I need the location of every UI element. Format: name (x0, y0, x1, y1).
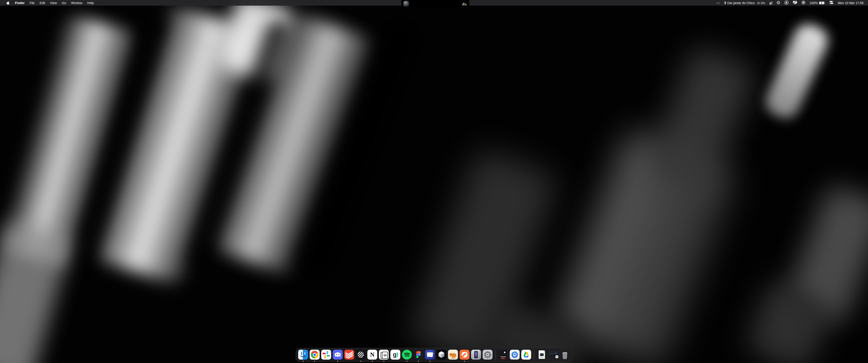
dock-item-postman[interactable] (460, 350, 469, 362)
menu-edit[interactable]: Edit (37, 0, 48, 6)
calendar-day-number: 10 (382, 352, 388, 359)
desktop-wallpaper (0, 0, 868, 363)
dock-item-cards-app[interactable] (425, 350, 435, 362)
postman-icon (460, 350, 469, 360)
calendar-event-widget[interactable]: Dar jantar do Chico · in 2m (725, 1, 765, 5)
dock-item-finder[interactable] (298, 350, 308, 362)
grammarly-cursor-bar (772, 1, 772, 4)
running-indicator (372, 361, 373, 362)
screenshot-file-icon: 11 (548, 350, 558, 360)
wallpaper-streak (0, 220, 72, 363)
running-indicator (303, 361, 304, 362)
dock-item-notion[interactable]: N (367, 350, 377, 362)
hidden-items-overflow[interactable]: ••• (717, 2, 721, 4)
menu-bar-status: ••• Dar jantar do Chico · in 2m g 100% (717, 0, 864, 6)
todoist-icon (344, 350, 354, 360)
discord-icon (333, 350, 343, 360)
calendar-badge: 11 (555, 355, 558, 358)
menu-finder[interactable]: Finder (12, 0, 27, 6)
grammarly-icon: g (391, 350, 400, 360)
menu-go[interactable]: Go (59, 0, 69, 6)
dock-item-todoist[interactable] (344, 350, 354, 362)
dock-item-chrome[interactable] (310, 350, 320, 362)
finder-icon (298, 350, 308, 360)
notch-media-player[interactable] (401, 0, 469, 7)
equalizer-bars-icon (462, 2, 468, 5)
dock-item-elephant-app[interactable] (448, 350, 458, 362)
dock-item-cube-app[interactable] (436, 350, 446, 362)
dock-item-figma[interactable] (413, 350, 423, 362)
dock-item-spotify[interactable] (402, 350, 412, 362)
1password-menu-icon[interactable] (802, 1, 805, 5)
dock-item-trash[interactable] (560, 350, 570, 362)
battery-percent: 100% (810, 1, 818, 5)
album-art-thumbnail[interactable] (403, 1, 409, 6)
running-indicator (337, 361, 338, 362)
battery-charging-icon (819, 1, 825, 4)
raycast-icon: raycast (498, 350, 508, 360)
figma-icon (413, 350, 423, 360)
dock-item-google-drive[interactable] (521, 350, 531, 362)
apple-menu[interactable] (4, 1, 12, 5)
raycast-label: raycast (498, 356, 508, 357)
menu-bar-clock[interactable]: Mon 10 Mar 17:58 (838, 1, 864, 5)
event-indicator-bar (725, 1, 725, 4)
notion-calendar-icon: 10 (379, 350, 389, 360)
running-indicator (360, 361, 361, 362)
grammarly-cursor-bar (397, 352, 398, 357)
running-indicator (418, 361, 419, 362)
dock-item-system-settings[interactable] (483, 350, 493, 362)
1password-icon (510, 350, 520, 360)
dock-item-screenshot-file[interactable]: 11 (548, 350, 558, 362)
linear-icon (356, 350, 366, 360)
cube-app-icon (436, 350, 446, 360)
dock-item-discord[interactable] (333, 350, 343, 362)
iphone-mirroring-icon (471, 350, 481, 360)
chrome-icon (310, 350, 320, 360)
dock-item-1password[interactable] (510, 350, 520, 362)
document-file-icon (537, 350, 547, 360)
running-indicator (383, 361, 384, 362)
google-drive-icon (521, 350, 531, 360)
notion-n-glyph: N (370, 351, 375, 358)
dock-item-notion-calendar[interactable]: 10 (379, 350, 389, 362)
slack-icon (321, 350, 331, 360)
rounded-square-blob-icon[interactable] (784, 1, 788, 5)
battery-status[interactable]: 100% (810, 1, 825, 5)
event-text: Dar jantar do Chico · in 2m (727, 1, 765, 5)
apple-logo-icon (6, 1, 10, 5)
trash-icon (560, 350, 570, 360)
spotify-icon (402, 350, 412, 360)
wallpaper-streak (644, 44, 757, 199)
macos-desktop: Finder File Edit View Go Window Help •••… (0, 0, 868, 363)
grammarly-g-glyph: g (770, 2, 772, 4)
asterisk-gear-icon[interactable] (776, 1, 780, 5)
raycast-spark (504, 352, 506, 353)
dock-item-document-file[interactable] (537, 350, 547, 362)
dock-item-grammarly[interactable]: g (391, 350, 400, 362)
grammarly-g-glyph: g (393, 352, 397, 358)
running-indicator (430, 361, 430, 362)
menu-view[interactable]: View (48, 0, 59, 6)
cards-app-icon (425, 350, 435, 360)
dock-item-slack[interactable] (321, 350, 331, 362)
notion-icon: N (367, 350, 377, 360)
control-center-icon[interactable] (829, 1, 833, 5)
menu-help[interactable]: Help (85, 0, 96, 6)
grammarly-menu-icon[interactable]: g (770, 1, 772, 4)
menu-bar-left: Finder File Edit View Go Window Help (4, 0, 96, 6)
dock-item-raycast[interactable]: raycast (498, 350, 508, 362)
menu-window[interactable]: Window (68, 0, 85, 6)
running-indicator (464, 361, 465, 362)
running-indicator (314, 361, 315, 362)
system-settings-icon (483, 350, 493, 360)
running-indicator (406, 361, 407, 362)
dock-item-linear[interactable] (356, 350, 366, 362)
display-mirroring-icon[interactable] (793, 1, 797, 5)
dock: N 10 g (296, 348, 572, 362)
menu-file[interactable]: File (27, 0, 37, 6)
elephant-app-icon (448, 350, 458, 360)
wallpaper-streak (762, 20, 832, 123)
dock-item-iphone-mirroring[interactable] (471, 350, 481, 362)
